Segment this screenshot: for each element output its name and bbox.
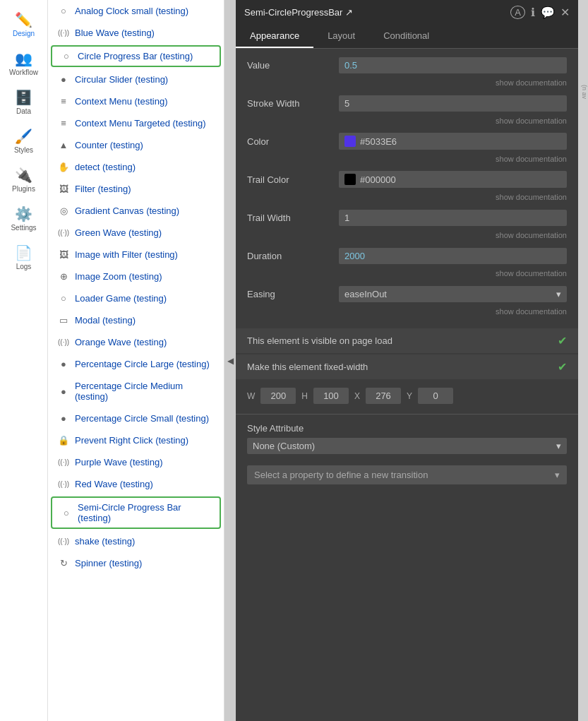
h-input[interactable] (313, 388, 349, 404)
semi-circle-icon: ○ (61, 508, 72, 518)
component-image-filter[interactable]: 🖼 Image with Filter (testing) (48, 244, 224, 266)
trail-color-doc-link[interactable]: show documentation (247, 193, 567, 201)
component-detect[interactable]: ✋ detect (testing) (48, 156, 224, 178)
stroke-width-row: Stroke Width (247, 93, 567, 114)
nav-item-design[interactable]: ✏️ Design (0, 6, 47, 44)
gradient-canvas-icon: ◎ (58, 205, 69, 216)
component-image-zoom[interactable]: ⊕ Image Zoom (testing) (48, 266, 224, 287)
trail-width-doc-link[interactable]: show documentation (247, 231, 567, 239)
component-analog-clock[interactable]: ○ Analog Clock small (testing) (48, 0, 224, 22)
annotate-icon[interactable]: A (510, 6, 525, 19)
nav-item-workflow[interactable]: 👥 Workflow (0, 44, 47, 83)
tab-conditional[interactable]: Conditional (369, 25, 443, 48)
component-green-wave[interactable]: ((·)) Green Wave (testing) (48, 222, 224, 244)
duration-doc-link[interactable]: show documentation (247, 269, 567, 278)
tab-layout[interactable]: Layout (313, 25, 369, 48)
close-icon[interactable]: ✕ (560, 6, 570, 19)
color-doc-link[interactable]: show documentation (247, 155, 567, 163)
trail-color-picker[interactable]: #000000 (339, 171, 567, 188)
component-context-menu-targeted[interactable]: ≡ Context Menu Targeted (testing) (48, 112, 224, 134)
component-label: Green Wave (testing) (75, 227, 162, 238)
component-label: Prevent Right Click (testing) (75, 435, 188, 446)
component-modal[interactable]: ▭ Modal (testing) (48, 309, 224, 331)
nav-item-plugins[interactable]: 🔌 Plugins (0, 161, 47, 200)
color-picker[interactable]: #5033E6 (339, 133, 567, 150)
easing-doc-link[interactable]: show documentation (247, 307, 567, 316)
component-pct-medium[interactable]: ● Percentage Circle Medium (testing) (48, 375, 224, 407)
component-circular-slider[interactable]: ● Circular Slider (testing) (48, 68, 224, 90)
nav-label-workflow: Workflow (9, 68, 38, 76)
tab-appearance[interactable]: Appearance (236, 25, 313, 48)
color-value: #5033E6 (360, 136, 397, 147)
pct-large-icon: ● (58, 359, 69, 369)
component-shake[interactable]: ((·)) shake (testing) (48, 530, 224, 552)
component-purple-wave[interactable]: ((·)) Purple Wave (testing) (48, 451, 224, 473)
nav-label-logs: Logs (16, 263, 32, 270)
style-attribute-value: None (Custom) (253, 441, 315, 451)
properties-panel: Semi-CircleProgressBar ↗ A ℹ 💬 ✕ Appeara… (236, 0, 578, 721)
nav-item-styles[interactable]: 🖌️ Styles (0, 122, 47, 161)
component-orange-wave[interactable]: ((·)) Orange Wave (testing) (48, 331, 224, 353)
value-input[interactable] (339, 57, 567, 73)
component-spinner[interactable]: ↻ Spinner (testing) (48, 552, 224, 574)
component-prevent-right[interactable]: 🔒 Prevent Right Click (testing) (48, 429, 224, 451)
info-icon[interactable]: ℹ (531, 6, 535, 19)
trail-width-label: Trail Width (247, 213, 339, 223)
component-filter[interactable]: 🖼 Filter (testing) (48, 178, 224, 200)
component-label: Context Menu Targeted (testing) (75, 118, 205, 129)
fixed-width-checkbox[interactable]: ✔ (558, 360, 567, 374)
easing-dropdown[interactable]: easeInOut ▾ (339, 286, 567, 302)
trail-color-swatch (344, 174, 356, 185)
visible-on-load-row: This element is visible on page load ✔ (236, 328, 578, 353)
component-context-menu[interactable]: ≡ Context Menu (testing) (48, 90, 224, 112)
trail-color-row: Trail Color #000000 (247, 169, 567, 190)
modal-icon: ▭ (58, 315, 69, 326)
panel-header-icons: A ℹ 💬 ✕ (510, 6, 570, 19)
chevron-down-icon-transition: ▾ (555, 470, 560, 480)
workflow-icon: 👥 (15, 52, 32, 66)
counter-icon: ▲ (58, 140, 69, 150)
stroke-width-doc-link[interactable]: show documentation (247, 117, 567, 125)
green-wave-icon: ((·)) (58, 229, 69, 237)
transition-row[interactable]: Select a property to define a new transi… (247, 465, 567, 484)
component-red-wave[interactable]: ((·)) Red Wave (testing) (48, 473, 224, 495)
nav-item-data[interactable]: 🗄️ Data (0, 83, 47, 122)
nav-item-logs[interactable]: 📄 Logs (0, 239, 47, 278)
component-loader-game[interactable]: ○ Loader Game (testing) (48, 287, 224, 309)
x-input[interactable] (366, 388, 401, 404)
component-label: Purple Wave (testing) (75, 457, 163, 467)
w-input[interactable] (260, 388, 296, 404)
style-attribute-dropdown[interactable]: None (Custom) ▾ (247, 438, 567, 454)
y-label: Y (407, 391, 412, 401)
component-blue-wave[interactable]: ((·)) Blue Wave (testing) (48, 22, 224, 44)
component-label: Circle Progress Bar (testing) (78, 51, 193, 61)
prevent-right-icon: 🔒 (58, 435, 69, 446)
fixed-width-row: Make this element fixed-width ✔ (236, 354, 578, 379)
nav-item-settings[interactable]: ⚙️ Settings (0, 200, 47, 239)
chevron-down-icon: ▾ (556, 289, 561, 299)
trail-width-input[interactable] (339, 210, 567, 226)
easing-label: Easing (247, 289, 339, 299)
analog-clock-icon: ○ (58, 6, 69, 16)
stroke-width-input[interactable] (339, 95, 567, 112)
panel-tabs: Appearance Layout Conditional (236, 25, 578, 49)
y-input[interactable] (418, 388, 453, 404)
value-label: Value (247, 60, 339, 71)
component-counter[interactable]: ▲ Counter (testing) (48, 134, 224, 156)
trail-color-label: Trail Color (247, 174, 339, 185)
component-gradient-canvas[interactable]: ◎ Gradient Canvas (testing) (48, 200, 224, 222)
component-pct-large[interactable]: ● Percentage Circle Large (testing) (48, 353, 224, 375)
collapse-panel-button[interactable]: ◀ (224, 0, 236, 721)
spinner-icon: ↻ (58, 558, 69, 568)
value-doc-link[interactable]: show documentation (247, 78, 567, 87)
h-label: H (301, 391, 308, 401)
component-semi-circle[interactable]: ○ Semi-Circle Progress Bar (testing) (51, 496, 221, 529)
component-circle-progress[interactable]: ○ Circle Progress Bar (testing) (51, 45, 221, 67)
nav-label-settings: Settings (11, 224, 36, 232)
component-label: Analog Clock small (testing) (75, 6, 188, 16)
chevron-down-icon-style: ▾ (556, 441, 561, 451)
component-pct-small[interactable]: ● Percentage Circle Small (testing) (48, 407, 224, 429)
visible-on-load-checkbox[interactable]: ✔ (558, 334, 567, 347)
duration-input[interactable] (339, 248, 567, 264)
comment-icon[interactable]: 💬 (541, 6, 555, 19)
